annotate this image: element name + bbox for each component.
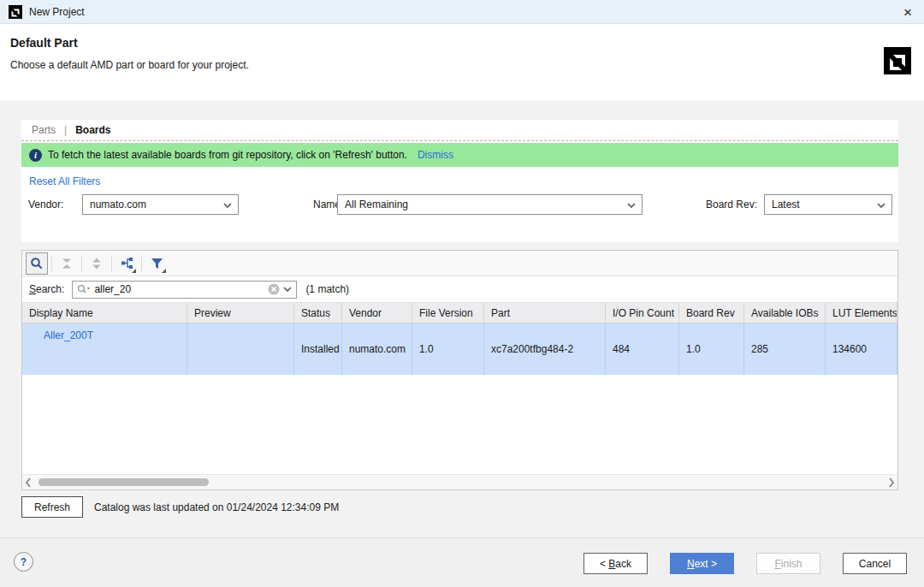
cell-file-version: 1.0: [412, 323, 484, 375]
toolbar-separator: [51, 256, 52, 271]
info-banner: i To fetch the latest available boards f…: [21, 143, 898, 167]
column-header-vendor[interactable]: Vendor: [342, 303, 412, 323]
vendor-select[interactable]: numato.com: [82, 194, 239, 215]
filters-panel: Parts | Boards i To fetch the latest ava…: [21, 120, 898, 242]
tab-bar: Parts | Boards: [21, 120, 898, 141]
window-title: New Project: [29, 6, 85, 18]
filter-button[interactable]: [145, 252, 168, 275]
search-label: Search:: [29, 283, 64, 295]
banner-message: To fetch the latest available boards fro…: [48, 149, 407, 161]
column-header-io-pin-count[interactable]: I/O Pin Count: [606, 303, 679, 323]
wizard-header: Default Part Choose a default AMD part o…: [0, 24, 924, 101]
search-history-chevron-icon[interactable]: [283, 287, 292, 292]
filter-row: Vendor: numato.com Name: All Remaining B…: [21, 194, 898, 215]
name-selected-value: All Remaining: [345, 199, 408, 210]
column-header-available-iobs[interactable]: Available IOBs: [744, 303, 826, 323]
refresh-button[interactable]: Refresh: [21, 496, 83, 518]
horizontal-scrollbar[interactable]: [22, 474, 897, 489]
table-toolbar: [22, 251, 897, 276]
dropdown-corner-icon: [132, 269, 136, 273]
dropdown-corner-icon: [162, 269, 166, 273]
cell-available-iobs: 285: [744, 323, 826, 375]
reset-all-filters-link[interactable]: Reset All Filters: [29, 175, 100, 187]
toolbar-separator: [111, 256, 112, 271]
column-header-file-version[interactable]: File Version: [412, 303, 484, 323]
match-count: (1 match): [305, 283, 349, 295]
cancel-button[interactable]: Cancel: [843, 553, 907, 574]
cell-io-pin-count: 484: [606, 323, 679, 375]
column-header-lut-elements[interactable]: LUT Elements: [826, 303, 897, 323]
board-rev-label: Board Rev:: [706, 199, 757, 210]
board-rev-selected-value: Latest: [772, 199, 800, 210]
dialog-body: Parts | Boards i To fetch the latest ava…: [0, 101, 924, 537]
close-button[interactable]: ×: [898, 3, 917, 21]
tab-boards[interactable]: Boards: [75, 124, 110, 136]
catalog-status-text: Catalog was last updated on 01/24/2024 1…: [94, 496, 339, 518]
new-project-dialog: New Project × Default Part Choose a defa…: [0, 0, 924, 587]
search-options-icon[interactable]: [77, 284, 91, 294]
search-icon: [30, 257, 44, 270]
scroll-left-icon[interactable]: [25, 477, 32, 488]
search-toggle-button[interactable]: [26, 252, 48, 275]
column-header-preview[interactable]: Preview: [187, 303, 294, 323]
vendor-selected-value: numato.com: [90, 199, 146, 210]
chevron-down-icon: [627, 203, 636, 208]
search-field[interactable]: [72, 281, 297, 299]
table-header-row: Display Name Preview Status Vendor File …: [22, 303, 897, 323]
chevron-down-icon: [877, 203, 886, 208]
tab-separator: |: [64, 124, 67, 136]
back-button[interactable]: < Back: [583, 553, 648, 574]
bottom-bar: ? < Back Next > Finish Cancel: [0, 537, 924, 587]
finish-button: Finish: [756, 553, 820, 574]
cell-display-name[interactable]: Aller_200T: [22, 323, 187, 375]
column-header-status[interactable]: Status: [294, 303, 342, 323]
board-rev-select[interactable]: Latest: [764, 194, 892, 215]
cell-status: Installed: [294, 323, 342, 375]
amd-logo-icon: [9, 5, 22, 19]
cell-lut-elements: 134600: [826, 323, 897, 375]
expand-all-button[interactable]: [86, 252, 108, 275]
scrollbar-thumb[interactable]: [38, 478, 209, 486]
dismiss-link[interactable]: Dismiss: [418, 149, 453, 161]
column-header-board-rev[interactable]: Board Rev: [679, 303, 744, 323]
group-by-button[interactable]: [116, 252, 138, 275]
search-input[interactable]: [94, 283, 264, 295]
cell-preview: [187, 323, 294, 375]
expand-all-icon: [91, 258, 103, 270]
cell-part: xc7a200tfbg484-2: [484, 323, 606, 375]
cell-vendor: numato.com: [342, 323, 412, 375]
column-header-display-name[interactable]: Display Name: [22, 303, 187, 323]
table-row[interactable]: Aller_200T Installed numato.com 1.0 xc7a…: [22, 323, 897, 375]
cell-board-rev: 1.0: [679, 323, 744, 375]
collapse-all-button[interactable]: [56, 252, 78, 275]
collapse-all-icon: [61, 258, 73, 270]
scroll-right-icon[interactable]: [888, 477, 895, 488]
column-header-part[interactable]: Part: [484, 303, 606, 323]
next-button[interactable]: Next >: [670, 553, 734, 574]
tab-parts[interactable]: Parts: [32, 124, 56, 136]
vendor-label: Vendor:: [28, 199, 63, 210]
boards-table-panel: Search: (1 match) Di: [21, 250, 898, 490]
toolbar-separator: [81, 256, 82, 271]
search-row: Search: (1 match): [22, 276, 897, 303]
filter-icon: [151, 258, 163, 270]
toolbar-separator: [141, 256, 142, 271]
page-subtitle: Choose a default AMD part or board for y…: [10, 59, 249, 71]
chevron-down-icon: [223, 203, 232, 208]
help-button[interactable]: ?: [14, 552, 33, 572]
name-select[interactable]: All Remaining: [337, 194, 643, 215]
title-bar: New Project ×: [0, 0, 924, 24]
page-title: Default Part: [10, 36, 78, 50]
info-icon: i: [29, 149, 42, 162]
amd-logo-icon: [884, 47, 911, 74]
clear-search-icon[interactable]: [268, 283, 280, 295]
